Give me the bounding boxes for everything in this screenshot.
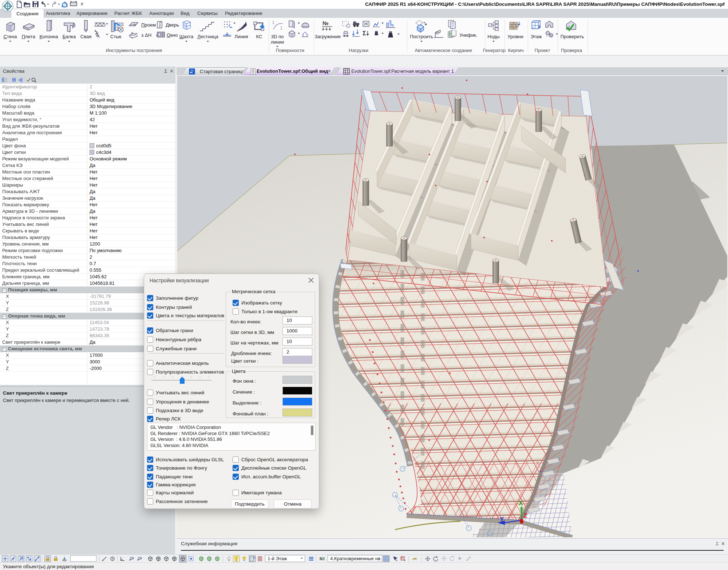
- svg-text:Σ: Σ: [363, 30, 366, 36]
- svg-text:№: №: [323, 20, 329, 26]
- svg-text:0: 0: [251, 558, 252, 560]
- svg-text:N: N: [320, 557, 323, 561]
- svg-text:Y: Y: [500, 516, 504, 523]
- svg-text:X: X: [519, 500, 523, 507]
- svg-text:1: 1: [280, 25, 282, 31]
- svg-text:1: 1: [272, 20, 274, 25]
- svg-text:Z: Z: [523, 512, 527, 519]
